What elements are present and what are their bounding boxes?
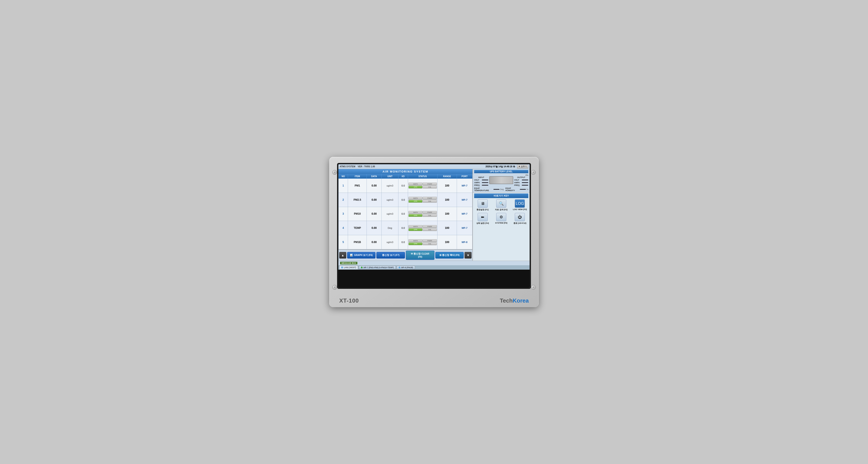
output-ampa-val bbox=[522, 182, 528, 183]
cell-no: 3 bbox=[339, 207, 348, 221]
cell-item: PM10 bbox=[348, 207, 367, 221]
message-label: MESSAGE BOX bbox=[340, 262, 358, 264]
graph-icon: 📊 bbox=[350, 254, 353, 256]
cell-status: MATH PWRF OPR CAL bbox=[408, 193, 437, 207]
ups-input-side: INPUT VOLT AMPA FREQ bbox=[474, 176, 488, 186]
graph-button[interactable]: 📊 GRAPH 보기 (F6) bbox=[347, 252, 376, 259]
ups-output-side: OUTPUT VOLT AMPA FREQ bbox=[514, 176, 528, 186]
cell-item: PM1 bbox=[348, 179, 367, 193]
cell-status: MATH PWRF OPR CAL bbox=[408, 207, 437, 221]
bottom-buttons: ▲ 📊 GRAPH 보기 (F6) 통신창 보기 (F7) ✉ 통신창 CLEA… bbox=[338, 250, 472, 261]
cell-item: PM2.5 bbox=[348, 193, 367, 207]
table-header-row: NO ITEM DATA UNIT I/O STATUS RANGE PORT bbox=[339, 174, 472, 179]
cell-io: 0.0 bbox=[398, 179, 408, 193]
scroll-up-button[interactable]: ▲ bbox=[339, 252, 346, 259]
cell-io: 0.0 bbox=[398, 193, 408, 207]
scroll-down-button[interactable]: ▼ bbox=[465, 252, 471, 259]
ups-title: UPS BATTERY LEVEL bbox=[474, 170, 528, 173]
tab-lan1[interactable]: LAN1 (HOST) bbox=[339, 266, 358, 269]
table-row: 2 PM2.5 0.00 ug/m3 0.0 MATH PWRF OPR CAL… bbox=[339, 193, 472, 207]
shortcut-env-settings[interactable]: 🖥 환경설정 (F1) bbox=[474, 199, 491, 211]
shortcut-label-quit: 종료 (Alt+F10) bbox=[514, 222, 526, 225]
cell-unit: ug/m3 bbox=[382, 235, 398, 250]
comm-clear-icon: ✉ bbox=[411, 253, 413, 255]
ups-out-volt-row: VOLT bbox=[514, 179, 528, 181]
tab-label-mp7: MP-7 (PM1+PM2.5+PM10+TEMP) bbox=[364, 266, 394, 269]
col-port: PORT bbox=[457, 174, 472, 179]
brand-tech: Tech bbox=[500, 297, 513, 304]
battery-percent: 0% bbox=[474, 174, 528, 176]
cell-port: MP-7 bbox=[457, 179, 472, 193]
comm-expand-button[interactable]: ⊞ 통신창 확대 (F9) bbox=[435, 252, 464, 259]
ups-freq-row: FREQ bbox=[474, 184, 488, 186]
shortcut-label-system: SYSTEM (F5) bbox=[495, 222, 507, 224]
cell-port: MP-7 bbox=[457, 207, 472, 221]
right-panel: UPS BATTERY LEVEL 0% INPUT VOLT AMPA bbox=[473, 169, 530, 261]
cell-unit: Deg bbox=[382, 221, 398, 235]
shortcut-icon-log-view: LOG bbox=[515, 199, 525, 208]
ups-ampa-row: AMPA bbox=[474, 181, 488, 184]
ups-volt-row: VOLT bbox=[474, 179, 488, 181]
screw-top-left bbox=[332, 170, 337, 175]
cell-data: 0.00 bbox=[367, 179, 382, 193]
output-volt-val bbox=[522, 179, 528, 180]
shortcut-title: 바로가기 KEY bbox=[474, 194, 528, 198]
shortcut-section: 바로가기 KEY 🖥 환경설정 (F1) 🔍 자료 검색 (F2) LOG LO… bbox=[473, 193, 530, 261]
comm-expand-icon: ⊞ bbox=[439, 254, 441, 256]
input-volt-val bbox=[482, 179, 488, 180]
screw-bottom-left bbox=[332, 285, 337, 290]
input-label: INPUT bbox=[474, 176, 488, 178]
reduce-button[interactable]: ▼ 감추기 bbox=[517, 165, 528, 168]
shortcut-log-view[interactable]: LOG LOG VIEW (F3) bbox=[512, 199, 528, 211]
tab-mp7[interactable]: MP-7 (PM1+PM2.5+PM10+TEMP) bbox=[359, 266, 396, 269]
shortcut-data-search[interactable]: 🔍 자료 검색 (F2) bbox=[493, 199, 509, 211]
cell-range: 100 bbox=[437, 193, 457, 207]
battery-visual-container bbox=[489, 176, 513, 184]
shortcut-status-settings[interactable]: ⬅ 상태 설정 (F4) bbox=[474, 213, 491, 225]
shortcut-icon-quit: ⏻ bbox=[515, 213, 525, 221]
cell-range: 100 bbox=[437, 179, 457, 193]
cell-io: 0.0 bbox=[398, 207, 408, 221]
col-status: STATUS bbox=[408, 174, 437, 179]
cell-no: 4 bbox=[339, 221, 348, 235]
cell-port: MP-7 bbox=[457, 221, 472, 235]
shortcut-icon-status-settings: ⬅ bbox=[478, 213, 488, 221]
brand-korea: Korea bbox=[513, 297, 529, 304]
shortcut-label-env-settings: 환경설정 (F1) bbox=[476, 208, 489, 211]
output-freq-val bbox=[522, 185, 528, 186]
cell-status: MATH PWRF OPR CAL bbox=[408, 179, 437, 193]
comm-clear-button[interactable]: ✉ 통신창 CLEAR (F8) bbox=[406, 251, 434, 260]
shortcut-icon-env-settings: 🖥 bbox=[478, 199, 488, 208]
equip-temp: EQUP TEMPERATURE Deg bbox=[474, 187, 504, 192]
ups-out-ampa-row: AMPA bbox=[514, 181, 528, 184]
col-item: ITEM bbox=[348, 174, 367, 179]
comm-view-button[interactable]: 통신창 보기 (F7) bbox=[376, 252, 405, 259]
tab-mp8[interactable]: MP-8 (PM1B) bbox=[397, 266, 415, 269]
cell-no: 5 bbox=[339, 235, 348, 250]
shortcut-label-log-view: LOG VIEW (F3) bbox=[513, 208, 527, 210]
cell-io: 0.0 bbox=[398, 235, 408, 250]
cell-port: MP-7 bbox=[457, 193, 472, 207]
ups-section: UPS BATTERY LEVEL 0% INPUT VOLT AMPA bbox=[473, 169, 530, 193]
cell-data: 0.00 bbox=[367, 235, 382, 250]
cell-range: 100 bbox=[437, 221, 457, 235]
equip-temp-label: EQUP TEMPERATURE bbox=[474, 187, 493, 192]
shortcut-label-data-search: 자료 검색 (F2) bbox=[495, 208, 507, 211]
shortcut-icon-data-search: 🔍 bbox=[496, 199, 506, 208]
cell-data: 0.00 bbox=[367, 193, 382, 207]
main-content: AIR MONITORING SYSTEM NO ITEM DATA UNIT … bbox=[338, 169, 530, 261]
cell-status: MATH PWRF OPR CAL bbox=[408, 235, 437, 250]
message-content bbox=[338, 270, 530, 288]
shortcut-system[interactable]: ⚙ SYSTEM (F5) bbox=[493, 213, 509, 225]
equip-humidity: EQUP HUMIDITY % bbox=[505, 187, 528, 192]
tab-dot-lan1 bbox=[341, 267, 343, 268]
equip-temp-val bbox=[493, 189, 499, 190]
shortcut-quit[interactable]: ⏻ 종료 (Alt+F10) bbox=[512, 213, 528, 225]
left-panel: AIR MONITORING SYSTEM NO ITEM DATA UNIT … bbox=[338, 169, 473, 261]
screw-bottom-right bbox=[531, 285, 536, 290]
table-row: 1 PM1 0.00 ug/m3 0.0 MATH PWRF OPR CAL 1… bbox=[339, 179, 472, 193]
ups-battery-row: INPUT VOLT AMPA FREQ bbox=[474, 176, 528, 186]
table-row: 5 PM1B 0.00 ug/m3 0.0 MATH PWRF OPR CAL … bbox=[339, 235, 472, 250]
screw-top-right bbox=[531, 170, 536, 175]
top-bar: ATMS SYSTEM VER : TKRS 1.00 2020년 07월 14… bbox=[338, 164, 530, 169]
